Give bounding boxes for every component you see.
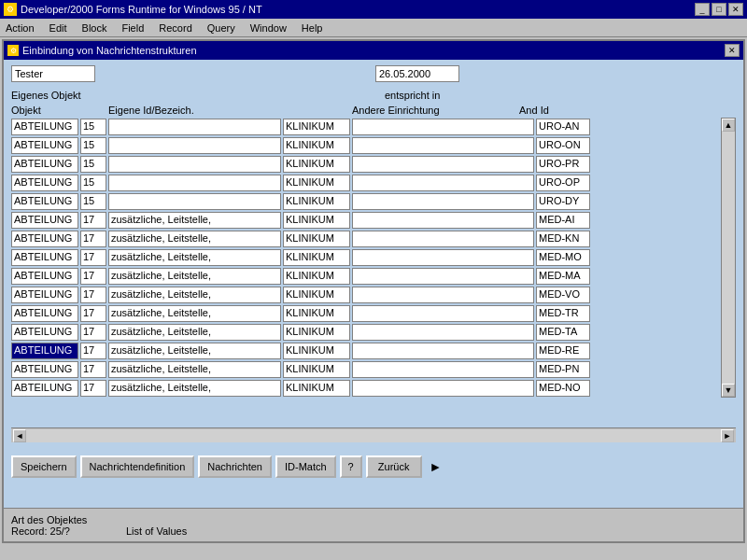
scroll-up-btn[interactable]: ▲ — [722, 119, 735, 132]
table-row[interactable]: ABTEILUNG 17 zusätzliche, Leitstelle, KL… — [11, 248, 736, 266]
cell-andere[interactable]: KLINIKUM — [283, 324, 350, 341]
table-row[interactable]: ABTEILUNG 17 zusätzliche, Leitstelle, KL… — [11, 286, 736, 303]
zuruck-button[interactable]: Zurück — [366, 455, 422, 478]
cell-andid[interactable]: MED-AI — [536, 212, 590, 229]
cell-objekt[interactable]: ABTEILUNG — [11, 249, 78, 266]
cell-bezeich[interactable] — [108, 175, 281, 191]
table-row[interactable]: ABTEILUNG 17 zusätzliche, Leitstelle, KL… — [11, 342, 736, 359]
cell-bezeich[interactable]: zusätzliche, Leitstelle, — [108, 324, 281, 341]
cell-objekt[interactable]: ABTEILUNG — [11, 361, 78, 378]
cell-objekt[interactable]: ABTEILUNG — [11, 212, 78, 229]
table-row[interactable]: ABTEILUNG 17 zusätzliche, Leitstelle, KL… — [11, 379, 736, 397]
date-field[interactable] — [375, 65, 459, 82]
table-row[interactable]: ABTEILUNG 15 KLINIKUM URO-AN — [11, 118, 736, 135]
menu-action[interactable]: Action — [2, 21, 38, 35]
h-scroll-left[interactable]: ◄ — [13, 429, 26, 442]
cell-andere[interactable]: KLINIKUM — [283, 343, 350, 359]
cell-andid[interactable]: URO-OP — [536, 175, 590, 191]
cell-bezeich[interactable]: zusätzliche, Leitstelle, — [108, 249, 281, 266]
cell-bezeich[interactable] — [108, 156, 281, 173]
table-row[interactable]: ABTEILUNG 17 zusätzliche, Leitstelle, KL… — [11, 267, 736, 285]
menu-field[interactable]: Field — [118, 21, 148, 35]
menu-block[interactable]: Block — [78, 21, 111, 35]
cell-andere[interactable]: KLINIKUM — [283, 156, 350, 173]
cell-andid[interactable]: URO-ON — [536, 137, 590, 154]
cell-andid[interactable]: URO-AN — [536, 119, 590, 135]
cell-bezeich[interactable]: zusätzliche, Leitstelle, — [108, 380, 281, 397]
cell-einr[interactable] — [352, 305, 534, 322]
cell-id[interactable]: 17 — [80, 361, 106, 378]
cell-bezeich[interactable]: zusätzliche, Leitstelle, — [108, 361, 281, 378]
speichern-button[interactable]: Speichern — [11, 455, 77, 478]
nachrichtendefinition-button[interactable]: Nachrichtendefinition — [80, 455, 195, 478]
cell-objekt[interactable]: ABTEILUNG — [11, 268, 78, 285]
cell-bezeich[interactable]: zusätzliche, Leitstelle, — [108, 268, 281, 285]
table-row[interactable]: ABTEILUNG 15 KLINIKUM URO-OP — [11, 174, 736, 191]
cell-objekt[interactable]: ABTEILUNG — [11, 287, 78, 303]
cell-andere[interactable]: KLINIKUM — [283, 193, 350, 210]
cell-bezeich[interactable]: zusätzliche, Leitstelle, — [108, 287, 281, 303]
cell-id[interactable]: 17 — [80, 249, 106, 266]
cell-andere[interactable]: KLINIKUM — [283, 231, 350, 247]
cell-andid[interactable]: MED-RE — [536, 343, 590, 359]
menu-record[interactable]: Record — [155, 21, 195, 35]
cell-andid[interactable]: MED-TR — [536, 305, 590, 322]
cell-andere[interactable]: KLINIKUM — [283, 361, 350, 378]
cell-objekt[interactable]: ABTEILUNG — [11, 193, 78, 210]
cell-andere[interactable]: KLINIKUM — [283, 175, 350, 191]
cell-andid[interactable]: MED-TA — [536, 324, 590, 341]
cell-andere[interactable]: KLINIKUM — [283, 119, 350, 135]
h-scroll-right[interactable]: ► — [721, 429, 734, 442]
cell-objekt[interactable]: ABTEILUNG — [11, 175, 78, 191]
cell-andere[interactable]: KLINIKUM — [283, 305, 350, 322]
cell-einr[interactable] — [352, 380, 534, 397]
cell-andere[interactable]: KLINIKUM — [283, 268, 350, 285]
table-row[interactable]: ABTEILUNG 17 zusätzliche, Leitstelle, KL… — [11, 304, 736, 322]
cell-einr[interactable] — [352, 119, 534, 135]
cell-bezeich[interactable]: zusätzliche, Leitstelle, — [108, 231, 281, 247]
v-scrollbar[interactable]: ▲ ▼ — [721, 118, 736, 398]
cell-id[interactable]: 17 — [80, 231, 106, 247]
cell-einr[interactable] — [352, 249, 534, 266]
cell-einr[interactable] — [352, 193, 534, 210]
h-scroll-track[interactable] — [26, 429, 721, 442]
menu-help[interactable]: Help — [298, 21, 327, 35]
cell-bezeich[interactable] — [108, 137, 281, 154]
cell-andere[interactable]: KLINIKUM — [283, 249, 350, 266]
cell-andid[interactable]: MED-VO — [536, 287, 590, 303]
cell-id[interactable]: 17 — [80, 287, 106, 303]
cell-objekt[interactable]: ABTEILUNG — [11, 380, 78, 397]
cell-id[interactable]: 15 — [80, 175, 106, 191]
table-row[interactable]: ABTEILUNG 17 zusätzliche, Leitstelle, KL… — [11, 211, 736, 229]
cell-objekt[interactable]: ABTEILUNG — [11, 119, 78, 135]
cell-andid[interactable]: MED-KN — [536, 231, 590, 247]
cell-objekt[interactable]: ABTEILUNG — [11, 231, 78, 247]
menu-window[interactable]: Window — [247, 21, 290, 35]
h-scrollbar[interactable]: ◄ ► — [11, 427, 736, 442]
cell-einr[interactable] — [352, 361, 534, 378]
close-button[interactable]: ✕ — [728, 3, 743, 16]
cell-id[interactable]: 17 — [80, 268, 106, 285]
cell-objekt[interactable]: ABTEILUNG — [11, 137, 78, 154]
cell-id[interactable]: 15 — [80, 137, 106, 154]
cell-einr[interactable] — [352, 137, 534, 154]
cell-id[interactable]: 15 — [80, 119, 106, 135]
cell-einr[interactable] — [352, 231, 534, 247]
table-row[interactable]: ABTEILUNG 17 zusätzliche, Leitstelle, KL… — [11, 360, 736, 378]
cell-andid[interactable]: MED-PN — [536, 361, 590, 378]
scroll-track[interactable] — [722, 132, 735, 384]
cell-objekt[interactable]: ABTEILUNG — [11, 324, 78, 341]
cell-einr[interactable] — [352, 156, 534, 173]
cell-einr[interactable] — [352, 212, 534, 229]
cell-einr[interactable] — [352, 268, 534, 285]
cell-einr[interactable] — [352, 324, 534, 341]
cell-id[interactable]: 17 — [80, 305, 106, 322]
cell-andid[interactable]: MED-MO — [536, 249, 590, 266]
cell-objekt[interactable]: ABTEILUNG — [11, 305, 78, 322]
tester-field[interactable] — [11, 65, 95, 82]
cell-bezeich[interactable] — [108, 193, 281, 210]
scroll-down-btn[interactable]: ▼ — [722, 384, 735, 397]
nachrichten-button[interactable]: Nachrichten — [198, 455, 272, 478]
id-match-button[interactable]: ID-Match — [275, 455, 336, 478]
cell-bezeich[interactable]: zusätzliche, Leitstelle, — [108, 212, 281, 229]
